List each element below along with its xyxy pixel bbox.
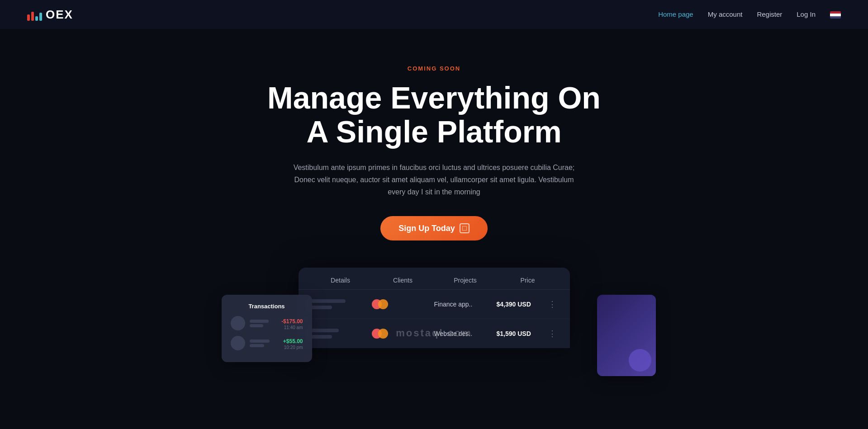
signup-button-label: Sign Up Today — [398, 224, 455, 233]
tx-info-2 — [250, 339, 279, 347]
tx-amount-2: +$55.00 10:20 pm — [283, 337, 303, 350]
right-circle-icon — [629, 349, 651, 372]
project-name-1: Finance app.. — [434, 301, 473, 308]
nav-item-myaccount[interactable]: My account — [708, 10, 743, 19]
tx-time-1: 11:40 am — [281, 325, 303, 330]
logo[interactable]: OEX — [27, 8, 73, 22]
project-name-2: Website des.. — [434, 330, 473, 337]
nav-links: Home page My account Register Log In — [658, 10, 841, 19]
right-card-inner — [597, 295, 656, 376]
nav-item-register[interactable]: Register — [757, 10, 782, 19]
dashboard-preview: Transactions -$175.00 11:40 am — [185, 268, 683, 348]
ph-line — [309, 335, 332, 339]
logo-bar-1 — [27, 14, 30, 21]
flag-icon — [830, 11, 841, 19]
row-price-1: $4,390 USD ⋮ — [497, 298, 559, 311]
price-value-2: $1,590 USD — [497, 330, 531, 337]
tx-ph-line — [250, 320, 269, 323]
placeholder-lines — [309, 299, 346, 309]
transaction-row-2: +$55.00 10:20 pm — [231, 336, 303, 350]
row-detail-1 — [309, 299, 372, 309]
nav-link-register[interactable]: Register — [757, 10, 782, 18]
nav-link-homepage[interactable]: Home page — [658, 10, 693, 18]
nav-item-login[interactable]: Log In — [797, 10, 816, 19]
placeholder-lines — [309, 329, 339, 339]
tx-time-2: 10:20 pm — [283, 345, 303, 350]
hero-subtitle: Vestibulum ante ipsum primes in faucibus… — [285, 161, 583, 198]
ph-line — [309, 306, 332, 309]
more-options-button-2[interactable]: ⋮ — [546, 327, 559, 340]
mc-circle-right — [378, 329, 388, 339]
col-clients: Clients — [372, 277, 434, 284]
tx-avatar-2 — [231, 336, 245, 350]
logo-text: OEX — [46, 8, 73, 22]
tx-pos-value: +$55.00 — [283, 338, 303, 344]
tx-info-1 — [250, 320, 277, 327]
logo-icon — [27, 8, 42, 21]
tx-amount-1: -$175.00 11:40 am — [281, 317, 303, 330]
ph-line — [309, 299, 346, 303]
nav-link-myaccount[interactable]: My account — [708, 10, 743, 18]
hero-section: COMING SOON Manage Everything On A Singl… — [0, 29, 868, 348]
coming-soon-label: COMING SOON — [408, 65, 460, 72]
row-client-1 — [372, 298, 434, 310]
ph-line — [309, 329, 339, 332]
transactions-title: Transactions — [231, 303, 303, 310]
table-row: Finance app.. $4,390 USD ⋮ — [299, 290, 570, 319]
table-header: Details Clients Projects Price — [299, 268, 570, 290]
table-row: Website des.. $1,590 USD ⋮ — [299, 319, 570, 348]
col-details: Details — [309, 277, 372, 284]
arrow-icon: □ — [460, 223, 470, 233]
row-project-1: Finance app.. — [434, 301, 497, 308]
col-price: Price — [497, 277, 559, 284]
mastercard-icon — [372, 298, 389, 310]
mastercard-icon — [372, 328, 389, 339]
tx-ph-line — [250, 344, 264, 347]
tx-ph-line — [250, 339, 270, 343]
navbar: OEX Home page My account Register Log In — [0, 0, 868, 29]
row-client-2 — [372, 328, 434, 339]
signup-button[interactable]: Sign Up Today □ — [380, 216, 488, 240]
main-table-card: Details Clients Projects Price — [299, 268, 570, 348]
tx-ph-line — [250, 324, 263, 327]
more-options-button-1[interactable]: ⋮ — [546, 298, 559, 311]
right-card-hint — [597, 295, 656, 376]
mc-circle-right — [378, 299, 388, 309]
logo-bar-4 — [39, 13, 42, 21]
tx-avatar-1 — [231, 316, 245, 330]
price-value-1: $4,390 USD — [497, 301, 531, 308]
nav-item-flag[interactable] — [830, 10, 841, 19]
row-project-2: Website des.. — [434, 330, 497, 337]
row-detail-2 — [309, 329, 372, 339]
transaction-row-1: -$175.00 11:40 am — [231, 316, 303, 330]
col-projects: Projects — [434, 277, 497, 284]
nav-item-homepage[interactable]: Home page — [658, 10, 693, 19]
logo-bar-3 — [35, 16, 38, 21]
nav-link-login[interactable]: Log In — [797, 10, 816, 18]
hero-title: Manage Everything On A Single Platform — [253, 81, 615, 149]
logo-bar-2 — [31, 12, 34, 21]
row-price-2: $1,590 USD ⋮ — [497, 327, 559, 340]
transactions-card: Transactions -$175.00 11:40 am — [222, 295, 312, 362]
tx-neg-value: -$175.00 — [281, 318, 303, 325]
